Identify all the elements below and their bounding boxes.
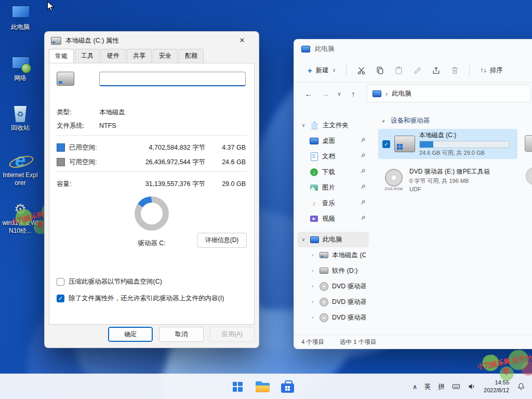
desktop-icon-internet-explorer[interactable]: e Internet Explorer [1,152,39,187]
drive-name: DVD 驱动器 (E:) 微PE工具箱 [409,167,490,176]
navigation-pane: ∨ 主文件夹 桌面 文档 ↓ 下载 [294,105,372,335]
details-button[interactable]: 详细信息(D) [197,233,247,248]
filesystem-label: 文件系统: [57,122,99,130]
tray-show-hidden-icons[interactable]: ∧ [409,383,421,391]
ime-language-indicator[interactable]: 英 [421,382,435,391]
windows-logo-icon [233,382,243,392]
sidebar-item-music[interactable]: ♪ 音乐 [297,195,369,211]
close-button[interactable]: × [232,32,252,49]
chevron-down-icon: ∨ [300,237,307,242]
compress-checkbox[interactable] [57,278,64,286]
taskbar-microsoft-store[interactable] [277,376,298,397]
pin-icon [360,153,366,160]
index-checkbox[interactable]: ✓ [57,295,64,302]
desktop-icon-network[interactable]: 网络 [1,56,39,82]
chevron-right-icon: › [310,252,316,258]
partially-visible-item [525,135,532,152]
pin-icon [360,200,366,207]
command-bar: + 新建 ∨ ↑↓ [294,58,532,83]
used-space-size: 4.37 GB [205,144,246,151]
up-button[interactable]: ↑ [346,86,361,101]
breadcrumb[interactable]: 此电脑 [392,89,411,98]
drive-name: 本地磁盘 (C:) [419,131,510,140]
rename-icon [413,66,422,75]
tab-general[interactable]: 常规 [49,49,74,63]
plus-icon: + [308,66,312,75]
drive-filesystem: UDF [409,186,490,192]
touch-keyboard-icon[interactable] [448,382,464,391]
recent-locations-chevron[interactable]: ∨ [335,86,344,101]
sidebar-item-drive-c[interactable]: › 本地磁盘 (C:) [297,247,369,263]
explorer-titlebar[interactable]: 此电脑 [294,39,532,58]
type-value: 本地磁盘 [99,108,125,117]
capacity-size: 29.0 GB [205,180,246,188]
sidebar-item-pictures[interactable]: 图片 [297,180,369,195]
notification-bell-icon[interactable] [513,382,529,391]
dialog-tabs: 常规 工具 硬件 共享 安全 配额 [45,49,259,63]
sidebar-item-documents[interactable]: 文档 [297,149,369,164]
dialog-titlebar[interactable]: 本地磁盘 (C:) 属性 × [45,32,259,49]
used-space-legend [57,143,65,152]
cancel-button[interactable]: 取消 [159,327,204,342]
paste-button[interactable] [390,62,407,78]
sidebar-item-dvd-e[interactable]: › DVD 驱动器 (E [297,278,369,294]
desktop-icon-this-pc[interactable]: 此电脑 [1,5,39,31]
sidebar-item-home[interactable]: ∨ 主文件夹 [297,117,369,133]
tab-sharing[interactable]: 共享 [127,49,152,63]
sidebar-item-dvd-f[interactable]: › DVD 驱动器 (F [297,294,369,310]
copy-icon [376,66,384,75]
dvd-drive-icon [320,298,328,307]
forward-button[interactable]: → [318,86,332,101]
home-icon [310,121,319,130]
status-bar: 4 个项目 选中 1 个项目 [294,335,532,349]
tab-security[interactable]: 安全 [153,49,178,63]
desktop-folder-icon [310,137,318,145]
desktop-icon-recycle-bin[interactable]: ♻ 回收站 [1,106,39,132]
free-space-bytes: 26,436,972,544 字节 [126,158,205,167]
date: 2022/8/12 [484,387,509,394]
dialog-title: 本地磁盘 (C:) 属性 [65,36,119,45]
sidebar-item-dvd-g[interactable]: › DVD 驱动器 (G [297,310,369,325]
dvd-rom-icon: DVD-ROM [382,169,405,191]
desktop-icon-label: 网络 [14,74,26,82]
tab-quota[interactable]: 配额 [179,49,204,63]
drive-c-item[interactable]: ✓ 本地磁盘 (C:) 24.6 GB 可用, 共 29.0 GB [378,129,517,159]
cut-button[interactable] [353,62,369,78]
sidebar-item-videos[interactable]: ▶ 视频 [297,211,369,227]
item-checkbox[interactable]: ✓ [382,140,390,148]
disk-icon [57,72,74,86]
this-pc-icon [310,235,319,244]
dvd-drive-item[interactable]: DVD-ROM DVD 驱动器 (E:) 微PE工具箱 0 字节 可用, 共 1… [378,163,517,196]
pin-icon [360,137,366,144]
delete-button[interactable] [446,62,463,78]
rename-button[interactable] [409,62,425,78]
index-checkbox-label: 除了文件属性外，还允许索引此驱动器上文件的内容(I) [69,294,224,303]
downloads-icon: ↓ [310,168,318,177]
start-button[interactable] [227,376,248,397]
ok-button[interactable]: 确定 [108,327,153,342]
paste-icon [394,66,403,75]
sidebar-item-this-pc[interactable]: ∨ 此电脑 [297,232,369,247]
tab-tools[interactable]: 工具 [75,49,100,63]
apply-button[interactable]: 应用(A) [210,327,255,342]
store-icon [281,380,294,393]
taskbar-file-explorer[interactable] [252,376,273,397]
chevron-down-icon: ∨ [332,68,336,73]
ime-mode-indicator[interactable]: 拼 [435,382,449,391]
breadcrumb-bar[interactable]: › 此电脑 [367,85,531,102]
desktop: 此电脑 网络 ♻ 回收站 e Internet Explorer ⚙ win11… [0,0,532,399]
sidebar-item-downloads[interactable]: ↓ 下载 [297,164,369,180]
share-button[interactable] [428,62,444,78]
new-button[interactable]: + 新建 ∨ [303,63,340,78]
chevron-right-icon: › [310,315,316,320]
section-header-devices[interactable]: ∨ 设备和驱动器 [380,116,430,125]
volume-label-input[interactable] [99,72,246,86]
sidebar-item-desktop[interactable]: 桌面 [297,133,369,149]
copy-button[interactable] [371,62,388,78]
this-pc-icon [301,45,310,54]
tab-hardware[interactable]: 硬件 [101,49,126,63]
sort-button[interactable]: ↑↓ 排序 [476,63,507,78]
sidebar-item-drive-d[interactable]: › 软件 (D:) [297,263,369,278]
back-button[interactable]: ← [301,86,316,101]
hard-drive-icon [394,136,415,152]
